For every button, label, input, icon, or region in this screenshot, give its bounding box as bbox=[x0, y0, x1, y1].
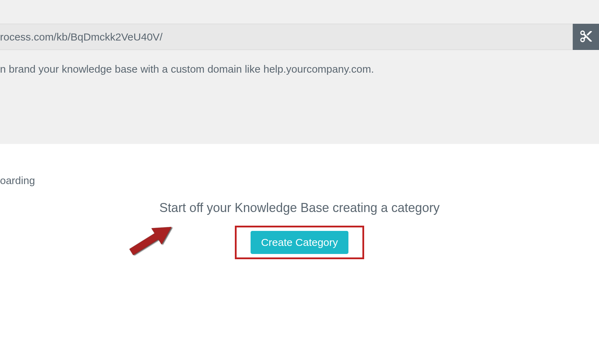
create-category-button[interactable]: Create Category bbox=[251, 231, 348, 254]
kb-url-input[interactable] bbox=[0, 24, 573, 50]
empty-state-heading: Start off your Knowledge Base creating a… bbox=[0, 201, 599, 215]
annotation-highlight-box: Create Category bbox=[235, 226, 364, 259]
breadcrumb: oarding bbox=[0, 175, 599, 187]
custom-domain-helper-text: n brand your knowledge base with a custo… bbox=[0, 63, 599, 75]
scissors-icon bbox=[579, 29, 593, 44]
content-section: oarding Start off your Knowledge Base cr… bbox=[0, 144, 599, 259]
url-bar-container bbox=[0, 24, 599, 50]
empty-state: Start off your Knowledge Base creating a… bbox=[0, 201, 599, 259]
settings-panel: n brand your knowledge base with a custo… bbox=[0, 0, 599, 144]
cut-button[interactable] bbox=[573, 24, 599, 50]
